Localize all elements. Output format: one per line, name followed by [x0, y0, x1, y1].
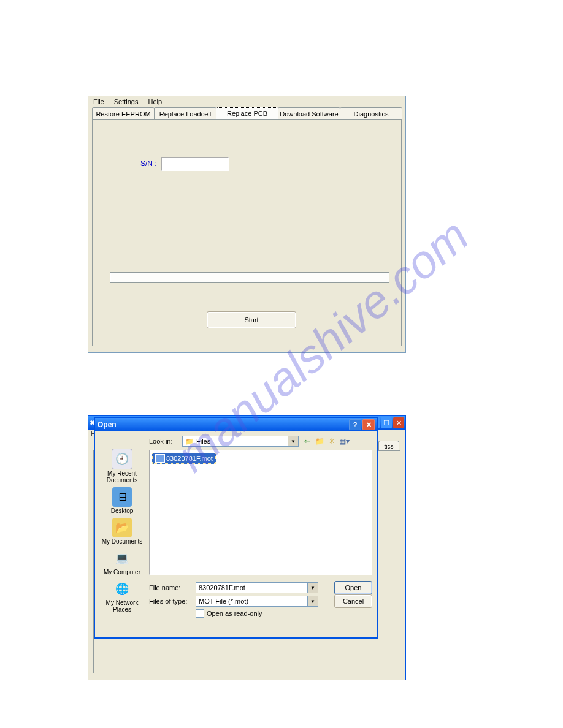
look-in-value: Files [196, 438, 210, 445]
tab-replace-loadcell[interactable]: Replace Loadcell [154, 107, 216, 119]
menu-settings[interactable]: Settings [112, 97, 141, 106]
place-desktop[interactable]: 🖥 Desktop [99, 487, 145, 514]
filename-label: File name: [149, 584, 192, 591]
file-item-selected[interactable]: 83020781F.mot [152, 453, 216, 464]
filetype-label: Files of type: [149, 597, 192, 605]
tab-replace-pcb[interactable]: Replace PCB [216, 107, 278, 119]
dialog-bottom: File name: 83020781F.mot ▼ Open Files of… [149, 581, 372, 618]
close-icon[interactable]: ✕ [393, 417, 404, 428]
folder-icon: 📁 [185, 438, 194, 446]
file-item-label: 83020781F.mot [166, 455, 213, 462]
file-icon [155, 454, 165, 463]
up-folder-icon[interactable]: 📁 [315, 436, 324, 446]
place-network-label: My Network Places [99, 599, 145, 613]
dialog-close-icon[interactable]: ✕ [362, 419, 375, 430]
mycomp-icon: 💻 [112, 548, 132, 568]
help-icon[interactable]: ? [349, 419, 361, 430]
views-icon[interactable]: ▦▾ [339, 436, 349, 446]
place-desktop-label: Desktop [111, 507, 134, 514]
new-folder-icon[interactable]: ✳ [327, 436, 337, 446]
mydocs-icon: 📂 [112, 518, 132, 537]
start-button[interactable]: Start [207, 311, 296, 328]
filename-combo[interactable]: 83020781F.mot ▼ [196, 582, 318, 593]
tab-diagnostics[interactable]: Diagnostics [340, 107, 402, 119]
place-recent[interactable]: 🕘 My Recent Documents [99, 449, 145, 483]
back-icon[interactable]: ⇐ [302, 436, 312, 446]
network-icon: 🌐 [112, 579, 132, 599]
bg-tab-diagnostics-stub[interactable]: tics [378, 441, 399, 451]
tab-content: S/N : Start [92, 119, 402, 346]
app-window-replace-pcb: File Settings Help Restore EEPROM Replac… [88, 96, 406, 353]
places-bar: 🕘 My Recent Documents 🖥 Desktop 📂 My Doc… [98, 449, 147, 634]
open-button[interactable]: Open [334, 581, 372, 594]
toolbar-icons: ⇐ 📁 ✳ ▦▾ [302, 436, 349, 446]
dialog-title: Open [98, 420, 117, 429]
readonly-checkbox[interactable] [196, 609, 204, 618]
place-mycomp[interactable]: 💻 My Computer [99, 548, 145, 575]
desktop-icon: 🖥 [112, 487, 132, 507]
dialog-body: Look in: 📁 Files ▼ ⇐ 📁 ✳ ▦▾ 🕘 My Recent … [95, 431, 377, 637]
dialog-title-bar: Open ? ✕ [95, 418, 377, 431]
readonly-label: Open as read-only [207, 610, 262, 617]
filetype-combo[interactable]: MOT File (*.mot) ▼ [196, 596, 318, 607]
filename-value: 83020781F.mot [199, 584, 245, 591]
tab-download-software[interactable]: Download Software [278, 107, 340, 119]
chevron-down-icon[interactable]: ▼ [307, 583, 318, 593]
chevron-down-icon[interactable]: ▼ [307, 596, 318, 606]
progress-bar [110, 272, 389, 283]
chevron-down-icon[interactable]: ▼ [288, 436, 298, 446]
place-mydocs-label: My Documents [102, 538, 143, 545]
menu-help[interactable]: Help [145, 97, 164, 106]
open-file-dialog: Open ? ✕ Look in: 📁 Files ▼ ⇐ 📁 ✳ ▦▾ 🕘 [94, 417, 378, 639]
file-list[interactable]: 83020781F.mot [149, 450, 372, 575]
place-mydocs[interactable]: 📂 My Documents [99, 518, 145, 545]
look-in-label: Look in: [149, 438, 178, 445]
tab-restore-eeprom[interactable]: Restore EEPROM [92, 107, 155, 119]
recent-icon: 🕘 [112, 449, 132, 469]
look-in-combo[interactable]: 📁 Files ▼ [182, 436, 299, 447]
filetype-value: MOT File (*.mot) [199, 597, 248, 605]
place-recent-label: My Recent Documents [99, 470, 145, 483]
menu-bar: File Settings Help [88, 96, 405, 107]
tab-row: Restore EEPROM Replace Loadcell Replace … [92, 107, 402, 119]
cancel-button[interactable]: Cancel [334, 594, 372, 608]
serial-number-label: S/N : [140, 159, 157, 168]
look-in-row: Look in: 📁 Files ▼ ⇐ 📁 ✳ ▦▾ [149, 435, 373, 447]
serial-number-input[interactable] [161, 157, 229, 171]
menu-file[interactable]: File [91, 97, 107, 106]
place-network[interactable]: 🌐 My Network Places [99, 579, 145, 613]
place-mycomp-label: My Computer [104, 569, 140, 575]
maximize-icon[interactable]: ☐ [381, 417, 392, 428]
